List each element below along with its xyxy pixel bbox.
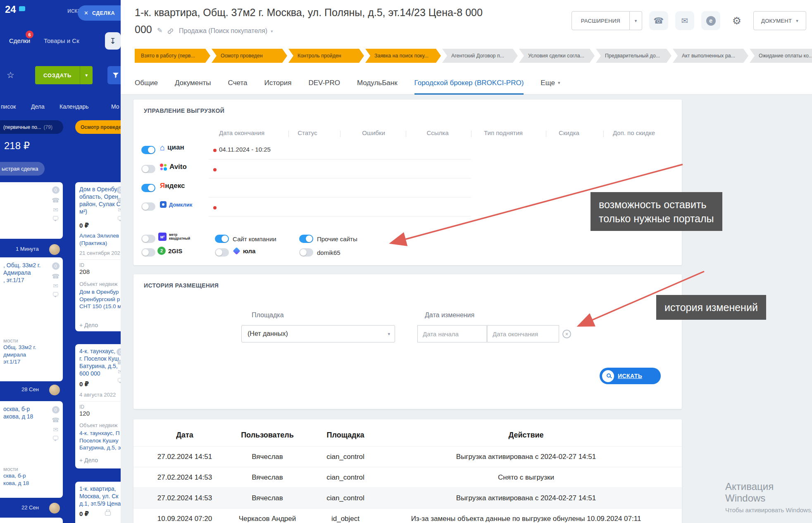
export-button[interactable]: ↧ [105,32,121,50]
toggle-m2[interactable] [141,235,155,243]
phone-icon[interactable]: ☎ [52,273,60,279]
table-row[interactable]: 27.02.2024 14:53 Вячеслав cian_control С… [133,467,682,487]
stage-chip[interactable]: Условия сделки согла... [519,49,595,63]
add-activity-link[interactable]: + Дело [79,457,121,464]
card-object-link[interactable]: эт.1/17 [3,358,50,366]
card-title-line[interactable]: область, Орен [79,193,121,200]
tab-history[interactable]: История [264,73,291,95]
copy-link-icon[interactable] [167,28,174,36]
chat-icon[interactable] [53,436,58,440]
view-tab-list[interactable]: писок [1,103,16,110]
card-object-link[interactable]: сква, б-р [3,472,50,480]
stage-chip[interactable]: Контроль пройден [288,49,364,63]
extensions-caret-icon[interactable]: ▾ [630,11,642,30]
view-tab-activities[interactable]: Дела [31,103,45,110]
toggle-yula[interactable] [215,248,229,257]
card-object-link[interactable]: дмирала [3,351,50,359]
chat-icon[interactable] [118,378,121,382]
card-title-line[interactable]: , эт.1/17 [3,276,50,284]
cian-logo[interactable]: ⌂ циан [160,143,184,152]
stage-chip[interactable]: Агентский Договор п... [442,49,518,63]
tab-more[interactable]: Еще ▾ [541,73,560,95]
card-agent-link[interactable]: Алиса Зялилев [79,232,121,240]
stage-chip[interactable]: Акт выполненных ра... [673,49,748,63]
deal-card[interactable]: Дом в Оренбу область, Орен район, Сулак … [75,182,121,331]
card-title-line[interactable]: осква, б-р [3,405,50,413]
card-object-link[interactable]: Дом в Оренбур [79,288,121,296]
toggle-other-sites[interactable] [299,235,313,243]
card-title-line[interactable]: 1-к. квартира, [79,485,121,492]
card-object-link[interactable]: Общ. 33м2 г. [3,344,50,351]
chat-icon[interactable] [53,216,58,220]
create-button[interactable]: СОЗДАТЬ ▾ [35,66,93,84]
card-object-link[interactable]: Оренбургский р [79,296,121,303]
toggle-domclick[interactable] [141,202,155,211]
toggle-yandex[interactable] [141,184,155,192]
clear-dates-button[interactable]: × [562,330,571,338]
tab-modulbank[interactable]: МодульБанк [357,73,398,95]
card-title-line[interactable]: г. Поселок Куш [79,355,121,362]
toggle-avito[interactable] [141,165,155,173]
card-agent-link[interactable]: (Практика) [79,240,121,247]
phone-icon[interactable]: ☎ [52,197,60,203]
card-title-line[interactable]: район, Сулак С [79,200,121,208]
tab-documents[interactable]: Документы [175,73,211,95]
call-button[interactable]: ☎ [649,11,668,30]
extensions-button[interactable]: РАСШИРЕНИЯ ▾ [571,11,642,30]
tab-deals[interactable]: Сделки [9,37,30,44]
tab-devpro[interactable]: DEV-PRO [308,73,340,95]
card-title-line[interactable]: д.1, эт.5/9 Цена [79,500,121,507]
avatar[interactable] [49,244,60,255]
card-title-line[interactable]: Батурина, д.5, [79,362,121,370]
create-caret-icon[interactable]: ▾ [80,66,93,84]
avito-logo[interactable]: Avito [160,163,187,171]
card-title-line[interactable]: м²) [79,208,121,215]
document-button[interactable]: ДОКУМЕНТ ▾ [753,11,806,30]
tab-invoices[interactable]: Счета [228,73,248,95]
phone-icon[interactable]: ☎ [52,417,60,423]
table-row[interactable]: 27.02.2024 14:51 Вячеслав cian_control В… [133,446,682,467]
tab-general[interactable]: Общие [135,73,158,95]
card-title-line[interactable]: 600 000 [79,370,121,377]
quick-deal-button[interactable]: ыстрая сделка [0,162,45,176]
email-button[interactable]: ✉ [675,11,694,30]
platform-select[interactable]: (Нет данных) ▾ [241,325,395,342]
phone-icon[interactable]: ☎ [117,359,121,365]
toggle-cian[interactable] [141,146,155,154]
deal-card[interactable]: , Общ. 33м2 г. Адмирала , эт.1/17 мости … [0,257,63,381]
settings-button[interactable]: ⚙ [727,11,746,30]
card-object-link[interactable]: Батурина, д.5, э [79,444,121,452]
close-icon[interactable]: ✕ [84,10,88,16]
view-tab-calendar[interactable]: Календарь [60,103,89,110]
yula-logo[interactable]: юла [233,247,255,254]
openlines-button[interactable]: e [701,11,720,30]
stage-chip[interactable]: Предварительный до... [596,49,672,63]
deal-card[interactable]: 1-к. квартира, Москва, ул. Ск д.1, эт.5/… [75,482,121,523]
deal-card[interactable]: 0 ☎ ✉ [0,182,63,239]
edit-pencil-icon[interactable]: ✎ [157,26,162,34]
mail-icon[interactable]: ✉ [53,283,58,289]
chat-icon[interactable] [118,216,121,220]
tab-products[interactable]: Товары и Ск [44,37,79,44]
stage-chip[interactable]: Заявка на поиск поку... [365,49,441,63]
card-title-line[interactable]: акова, д 18 [3,413,50,420]
m2-logo[interactable]: м² метрквадратный [158,233,190,241]
card-title-line[interactable]: , Общ. 33м2 г. [3,262,50,269]
yandex-logo[interactable]: Яндекс [160,182,185,190]
kanban-column-header-primary[interactable]: (первичные по... (79) [0,120,63,134]
2gis-logo[interactable]: 2 2GIS [157,247,182,255]
filter-button[interactable] [107,66,121,84]
date-start-input[interactable] [417,325,487,342]
table-row[interactable]: 10.09.2024 07:20 Черкасов Андрей id_obje… [133,508,682,523]
domclick-logo[interactable]: Домклик [160,201,192,208]
card-title-line[interactable]: Адмирала [3,269,50,276]
view-tab-more[interactable]: Мо [111,103,119,110]
deal-card[interactable] [0,518,63,523]
toggle-2gis[interactable] [141,248,155,257]
stage-chip[interactable]: Осмотр проведен [212,49,287,63]
table-row[interactable]: 27.02.2024 14:53 Вячеслав cian_control В… [133,487,682,508]
card-title-line[interactable]: 4-к. таунхаус, [79,347,121,355]
mail-icon[interactable]: ✉ [53,426,58,433]
card-object-link[interactable]: кова, д 18 [3,480,50,487]
deal-card[interactable]: 4-к. таунхаус, г. Поселок Куш Батурина, … [75,344,121,468]
